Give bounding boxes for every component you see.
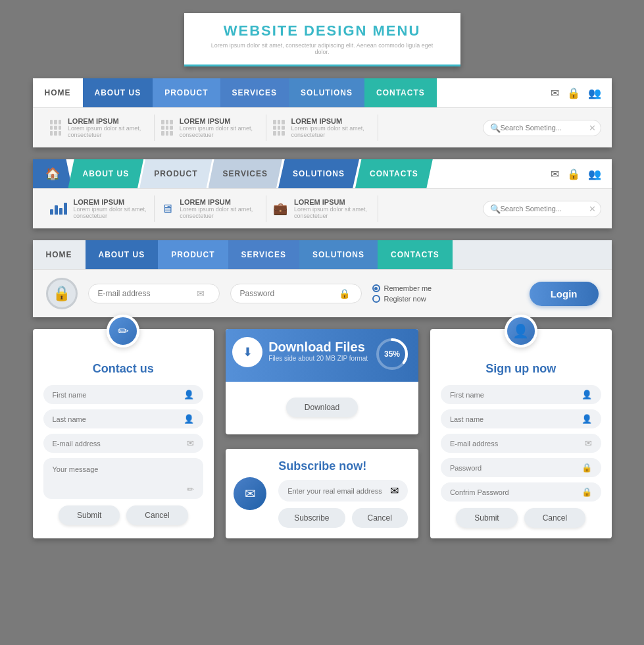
contact-message-input[interactable] <box>53 463 187 473</box>
signup-email-field[interactable]: ✉ <box>441 434 601 453</box>
search-clear-2[interactable]: ✕ <box>589 204 596 214</box>
subscribe-field[interactable]: ✉ <box>278 480 408 502</box>
mail-icon-2[interactable]: ✉ <box>551 168 559 180</box>
nav-services-1[interactable]: SERVICES <box>220 78 289 107</box>
nav-home-3[interactable]: HOME <box>33 240 86 269</box>
contact-firstname-field[interactable]: 👤 <box>43 385 204 404</box>
email-field-login[interactable]: ✉ <box>88 284 220 303</box>
signup-confirm-input[interactable] <box>450 488 582 496</box>
contact-cancel-button[interactable]: Cancel <box>126 505 187 525</box>
contact-widget: ✏ Contact us 👤 👤 ✉ ✏ Submit Cancel <box>33 329 214 538</box>
progress-circle: 35% <box>375 337 409 371</box>
contact-email-input[interactable] <box>53 440 187 448</box>
search-clear-1[interactable]: ✕ <box>589 123 596 133</box>
grid-icon-1 <box>50 120 62 136</box>
person-icon-1: 👤 <box>184 390 194 400</box>
sub-text-4: LOREM IPSUM Lorem ipsum dolor sit amet, … <box>74 198 148 219</box>
sub-text-6: LOREM IPSUM Lorem ipsum dolor sit amet, … <box>294 198 371 219</box>
login-button[interactable]: Login <box>530 282 599 306</box>
search-area-1[interactable]: 🔍 ✕ <box>483 120 601 136</box>
search-area-2[interactable]: 🔍 ✕ <box>483 201 601 217</box>
nav-contacts-1[interactable]: CONTACTS <box>364 78 437 107</box>
subscribe-email-input[interactable] <box>287 487 390 495</box>
nav-product-2[interactable]: PRODUCT <box>139 159 212 188</box>
nav-product-1[interactable]: PRODUCT <box>153 78 220 107</box>
signup-submit-button[interactable]: Submit <box>456 508 517 528</box>
nav-services-2[interactable]: SERVICES <box>209 159 282 188</box>
search-input-2[interactable] <box>501 205 586 213</box>
users-icon[interactable]: 👥 <box>588 87 601 99</box>
edit-icon: ✏ <box>187 484 194 494</box>
nav-solutions-2[interactable]: SOLUTIONS <box>278 159 359 188</box>
sub-item-5: 🖥 LOREM IPSUM Lorem ipsum dolor sit amet… <box>155 195 266 222</box>
signup-password-field[interactable]: 🔒 <box>441 458 601 477</box>
subscribe-cancel-button[interactable]: Cancel <box>352 508 408 528</box>
nav-services-3[interactable]: SERVICES <box>228 240 299 269</box>
lock-icon[interactable]: 🔒 <box>567 87 580 99</box>
main-subtitle: Lorem ipsum dolor sit amet, consectetur … <box>204 42 441 55</box>
register-radio[interactable] <box>372 295 380 303</box>
nav-solutions-3[interactable]: SOLUTIONS <box>299 240 378 269</box>
lock-icon-su2: 🔒 <box>582 487 592 497</box>
password-input-login[interactable] <box>240 289 339 298</box>
search-input-1[interactable] <box>501 124 586 132</box>
nav-icons-1: ✉ 🔒 👥 <box>540 87 612 99</box>
contact-firstname-input[interactable] <box>53 391 184 399</box>
signup-password-input[interactable] <box>450 464 582 472</box>
person-icon-su2: 👤 <box>582 414 592 424</box>
contact-icon-circle: ✏ <box>107 315 139 348</box>
sub-text-3: LOREM IPSUM Lorem ipsum dolor sit amet, … <box>291 117 371 138</box>
search-icon-2: 🔍 <box>490 204 501 214</box>
title-card: WEBSITE DESIGN MENU Lorem ipsum dolor si… <box>184 13 460 66</box>
lock-icon-2[interactable]: 🔒 <box>567 168 580 180</box>
remember-area: Remember me Register now <box>372 284 432 303</box>
nav-home-2[interactable]: 🏠 <box>33 159 72 188</box>
nav-home-1[interactable]: HOME <box>33 78 83 107</box>
nav-about-3[interactable]: ABOUT US <box>86 240 159 269</box>
contact-submit-button[interactable]: Submit <box>59 505 120 525</box>
contact-message-field[interactable]: ✏ <box>43 458 204 499</box>
nav-wrapper-3: HOME ABOUT US PRODUCT SERVICES SOLUTIONS… <box>33 240 612 317</box>
nav-wrapper-1: HOME ABOUT US PRODUCT SERVICES SOLUTIONS… <box>33 78 612 147</box>
nav-icons-2: ✉ 🔒 👥 <box>540 168 612 180</box>
contact-lastname-input[interactable] <box>53 415 184 423</box>
remember-label: Remember me <box>384 284 432 292</box>
users-icon-2[interactable]: 👥 <box>588 168 601 180</box>
middle-column: ⬇ Download Files Files side about 20 MB … <box>226 329 418 538</box>
remember-me-row[interactable]: Remember me <box>372 284 432 292</box>
password-field-login[interactable]: 🔒 <box>230 284 362 303</box>
nav-about-1[interactable]: ABOUT US <box>83 78 153 107</box>
sub-text-5: LOREM IPSUM Lorem ipsum dolor sit amet, … <box>180 198 259 219</box>
nav-about-2[interactable]: ABOUT US <box>68 159 144 188</box>
lock-circle-icon: 🔒 <box>46 278 78 309</box>
nav-product-3[interactable]: PRODUCT <box>158 240 228 269</box>
register-label: Register now <box>384 295 426 303</box>
signup-lastname-field[interactable]: 👤 <box>441 409 601 428</box>
register-row[interactable]: Register now <box>372 295 432 303</box>
nav-bar-1: HOME ABOUT US PRODUCT SERVICES SOLUTIONS… <box>33 78 612 107</box>
email-icon-login: ✉ <box>197 288 205 299</box>
signup-firstname-field[interactable]: 👤 <box>441 385 601 404</box>
nav-solutions-1[interactable]: SOLUTIONS <box>289 78 364 107</box>
signup-cancel-button[interactable]: Cancel <box>524 508 585 528</box>
signup-lastname-input[interactable] <box>450 415 582 423</box>
download-button[interactable]: Download <box>286 398 358 417</box>
email-input-login[interactable] <box>98 289 197 298</box>
contact-email-field[interactable]: ✉ <box>43 434 204 453</box>
subscribe-button[interactable]: Subscribe <box>278 508 345 528</box>
subscribe-widget: ✉ Subscribe now! ✉ Subscribe Cancel <box>226 449 418 538</box>
download-widget: ⬇ Download Files Files side about 20 MB … <box>226 329 418 434</box>
subscribe-icon-circle: ✉ <box>234 477 266 510</box>
user-icon-signup: 👤 <box>512 323 529 339</box>
lock-icon-login: 🔒 <box>339 288 350 299</box>
signup-confirm-field[interactable]: 🔒 <box>441 482 601 502</box>
contact-btn-row: Submit Cancel <box>43 505 204 525</box>
contact-lastname-field[interactable]: 👤 <box>43 409 204 428</box>
signup-email-input[interactable] <box>450 440 585 448</box>
mail-icon[interactable]: ✉ <box>551 87 559 99</box>
search-icon-1: 🔍 <box>490 123 501 133</box>
nav-contacts-3[interactable]: CONTACTS <box>378 240 453 269</box>
signup-firstname-input[interactable] <box>450 391 582 399</box>
nav-contacts-2[interactable]: CONTACTS <box>355 159 433 188</box>
remember-radio[interactable] <box>372 284 380 292</box>
